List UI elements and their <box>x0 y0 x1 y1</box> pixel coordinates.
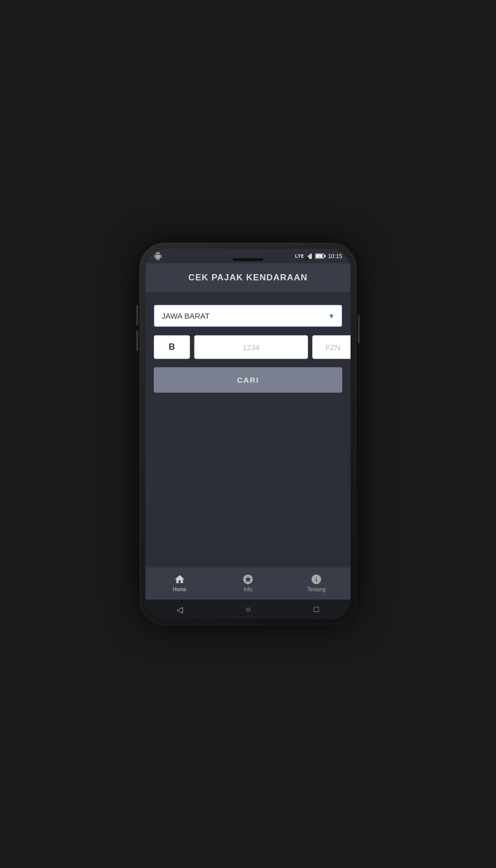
front-camera <box>304 256 309 261</box>
nav-item-tentang[interactable]: Tentang <box>282 572 351 594</box>
back-button[interactable]: ◁ <box>172 605 187 615</box>
android-nav-bar: ◁ ○ □ <box>145 600 351 619</box>
volume-up-button[interactable] <box>136 305 138 325</box>
status-right: LTE ⚡ 10:15 <box>295 253 342 259</box>
bottom-nav: Home Info Tentang <box>145 567 351 600</box>
battery-icon: ⚡ <box>315 253 326 259</box>
app-screen: CEK PAJAK KENDARAAN JAWA BARAT JAWA TENG… <box>145 263 351 619</box>
plate-suffix-input[interactable] <box>312 335 351 359</box>
title-bar: CEK PAJAK KENDARAAN <box>145 263 351 292</box>
volume-down-button[interactable] <box>136 331 138 351</box>
nav-item-home[interactable]: Home <box>145 572 214 594</box>
nav-item-info[interactable]: Info <box>214 572 282 594</box>
svg-text:⚡: ⚡ <box>317 255 322 259</box>
svg-rect-5 <box>325 255 326 257</box>
plate-number-input[interactable] <box>194 335 308 359</box>
time-display: 10:15 <box>328 253 342 259</box>
status-left <box>154 252 162 260</box>
recents-button[interactable]: □ <box>309 605 324 614</box>
speaker <box>232 258 264 261</box>
lte-indicator: LTE <box>295 253 304 259</box>
svg-rect-3 <box>311 253 312 259</box>
province-dropdown[interactable]: JAWA BARAT JAWA TENGAH JAWA TIMUR DKI JA… <box>154 305 342 327</box>
search-button[interactable]: CARI <box>154 367 342 393</box>
license-plate-row <box>154 335 342 359</box>
about-icon <box>311 574 322 585</box>
power-button[interactable] <box>358 315 360 343</box>
province-dropdown-container: JAWA BARAT JAWA TENGAH JAWA TIMUR DKI JA… <box>154 305 342 327</box>
nav-label-tentang: Tentang <box>307 587 326 592</box>
nav-label-info: Info <box>244 587 253 592</box>
home-icon <box>174 574 185 585</box>
android-icon <box>154 252 162 260</box>
app-title: CEK PAJAK KENDARAAN <box>188 273 308 282</box>
nav-label-home: Home <box>173 587 187 592</box>
plate-prefix-input[interactable] <box>154 335 190 359</box>
content-spacer <box>154 401 342 555</box>
svg-rect-2 <box>309 255 310 259</box>
main-content: JAWA BARAT JAWA TENGAH JAWA TIMUR DKI JA… <box>145 292 351 567</box>
info-face-icon <box>242 574 254 585</box>
home-button[interactable]: ○ <box>240 605 256 614</box>
